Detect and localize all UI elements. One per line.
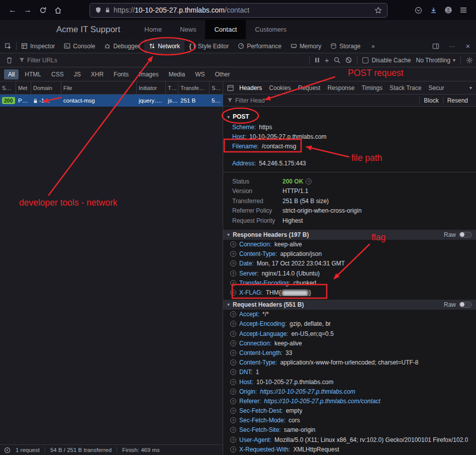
block-url-button[interactable]: Block <box>419 97 442 105</box>
filter-all[interactable]: All <box>4 69 19 79</box>
help-icon[interactable]: ? <box>230 241 236 247</box>
raw-toggle[interactable] <box>459 302 472 308</box>
pause-log-button[interactable] <box>315 57 320 63</box>
raw-toggle[interactable] <box>459 232 472 238</box>
close-devtools-button[interactable]: × <box>460 42 476 50</box>
devtools-menu-button[interactable]: ··· <box>444 43 460 50</box>
tab-memory[interactable]: Memory <box>286 39 326 53</box>
request-method-line[interactable]: ▾ POST <box>223 111 476 122</box>
help-icon[interactable]: ? <box>230 389 236 395</box>
help-icon[interactable]: ? <box>230 417 236 423</box>
filter-css[interactable]: CSS <box>47 69 68 79</box>
help-icon[interactable]: ? <box>230 321 236 327</box>
column-size[interactable]: S… <box>210 81 223 94</box>
filter-ws[interactable]: WS <box>191 69 209 79</box>
tab-timings[interactable]: Timings <box>358 84 386 92</box>
help-icon[interactable]: ? <box>306 178 312 185</box>
tab-storage[interactable]: Storage <box>326 39 365 53</box>
tab-request[interactable]: Request <box>295 84 324 92</box>
home-button[interactable] <box>50 3 65 18</box>
clear-requests-button[interactable] <box>3 57 15 64</box>
lock-icon[interactable] <box>105 7 110 13</box>
tab-overflow-chevron-icon[interactable]: ▾ <box>469 85 472 90</box>
collapse-caret-icon[interactable]: ▾ <box>227 302 230 307</box>
help-icon[interactable]: ? <box>230 340 236 346</box>
help-icon[interactable]: ? <box>230 427 236 433</box>
collapse-caret-icon[interactable]: ▾ <box>227 232 230 237</box>
response-headers-section[interactable]: ▾ Response Headers (197 B) Raw <box>223 230 476 240</box>
tab-response[interactable]: Response <box>324 84 358 92</box>
help-icon[interactable]: ? <box>230 359 236 366</box>
nav-contact[interactable]: Contact <box>205 20 246 39</box>
reload-button[interactable] <box>35 3 50 18</box>
back-button[interactable]: ← <box>5 3 20 18</box>
url-bar[interactable]: https://10-10-205-27.p.thmlabs.com/conta… <box>89 3 388 18</box>
url-text[interactable]: https://10-10-205-27.p.thmlabs.com/conta… <box>114 6 371 14</box>
tab-style-editor[interactable]: { } Style Editor <box>184 39 233 53</box>
help-icon[interactable]: ? <box>230 379 236 385</box>
search-button[interactable] <box>334 57 340 63</box>
tab-network[interactable]: Network <box>144 39 184 53</box>
filter-media[interactable]: Media <box>164 69 189 79</box>
account-button[interactable] <box>441 3 456 18</box>
tab-debugger[interactable]: Debugger <box>100 39 144 53</box>
resend-button[interactable]: Resend <box>443 97 472 105</box>
tab-stack-trace[interactable]: Stack Trace <box>386 84 425 92</box>
tab-headers[interactable]: Headers <box>236 84 265 92</box>
block-requests-button[interactable] <box>345 57 352 63</box>
help-icon[interactable]: ? <box>230 331 236 337</box>
tab-inspector[interactable]: Inspector <box>17 39 59 53</box>
details-pane-icon[interactable] <box>227 85 234 91</box>
column-type[interactable]: T… <box>166 81 178 94</box>
help-icon[interactable]: ? <box>230 311 236 317</box>
bookmark-star-icon[interactable] <box>374 7 382 14</box>
help-icon[interactable]: ? <box>230 369 236 375</box>
help-icon[interactable]: ? <box>230 398 236 404</box>
help-icon[interactable]: ? <box>230 350 236 356</box>
nav-news[interactable]: News <box>171 20 206 39</box>
tab-console[interactable]: Console <box>59 39 100 53</box>
nav-home[interactable]: Home <box>135 20 171 39</box>
help-icon[interactable]: ? <box>230 408 236 414</box>
downloads-button[interactable] <box>426 3 441 18</box>
dock-button[interactable] <box>428 43 444 49</box>
filter-js[interactable]: JS <box>70 69 85 79</box>
filter-xhr[interactable]: XHR <box>87 69 108 79</box>
tab-performance[interactable]: Performance <box>233 39 286 53</box>
filter-html[interactable]: HTML <box>21 69 45 79</box>
column-transferred[interactable]: Transfe… <box>178 81 210 94</box>
disable-cache-checkbox[interactable] <box>362 57 368 63</box>
new-request-button[interactable]: + <box>325 56 329 64</box>
filter-other[interactable]: Other <box>211 69 234 79</box>
disable-cache-control[interactable]: Disable Cache <box>362 57 411 64</box>
pocket-button[interactable] <box>411 3 426 18</box>
collapse-caret-icon[interactable]: ▾ <box>227 114 230 120</box>
filter-fonts[interactable]: Fonts <box>110 69 133 79</box>
header-value-link[interactable]: https://10-10-205-27.p.thmlabs.com/conta… <box>264 398 380 405</box>
tab-cookies[interactable]: Cookies <box>265 84 294 92</box>
nav-customers[interactable]: Customers <box>246 20 296 39</box>
help-icon[interactable]: ? <box>230 437 236 443</box>
filter-images[interactable]: Images <box>135 69 162 79</box>
menu-button[interactable] <box>456 3 471 18</box>
throttle-status-icon[interactable] <box>4 447 11 453</box>
column-initiator[interactable]: Initiator <box>137 81 166 94</box>
help-icon[interactable]: ? <box>230 270 236 277</box>
filter-urls-input[interactable] <box>27 57 82 64</box>
network-settings-button[interactable] <box>466 57 473 64</box>
shield-icon[interactable] <box>95 7 102 14</box>
throttling-select[interactable]: No Throttling ▾ <box>416 57 455 64</box>
tab-security[interactable]: Secur <box>425 84 447 92</box>
column-domain[interactable]: Domain <box>31 81 61 94</box>
request-row-selected[interactable]: 200 P… -1… contact-msg jquery…. js… 251 … <box>0 95 223 107</box>
help-icon[interactable]: ? <box>230 280 236 286</box>
column-status[interactable]: S… <box>0 81 16 94</box>
column-method[interactable]: Met <box>16 81 31 94</box>
column-file[interactable]: File <box>61 81 137 94</box>
help-icon[interactable]: ? <box>230 446 236 452</box>
help-icon[interactable]: ? <box>230 290 236 296</box>
header-value-link[interactable]: https://10-10-205-27.p.thmlabs.com <box>260 388 355 395</box>
filter-headers-input[interactable] <box>235 97 275 104</box>
pick-element-button[interactable] <box>0 39 16 53</box>
more-tools-button[interactable]: » <box>365 39 381 53</box>
